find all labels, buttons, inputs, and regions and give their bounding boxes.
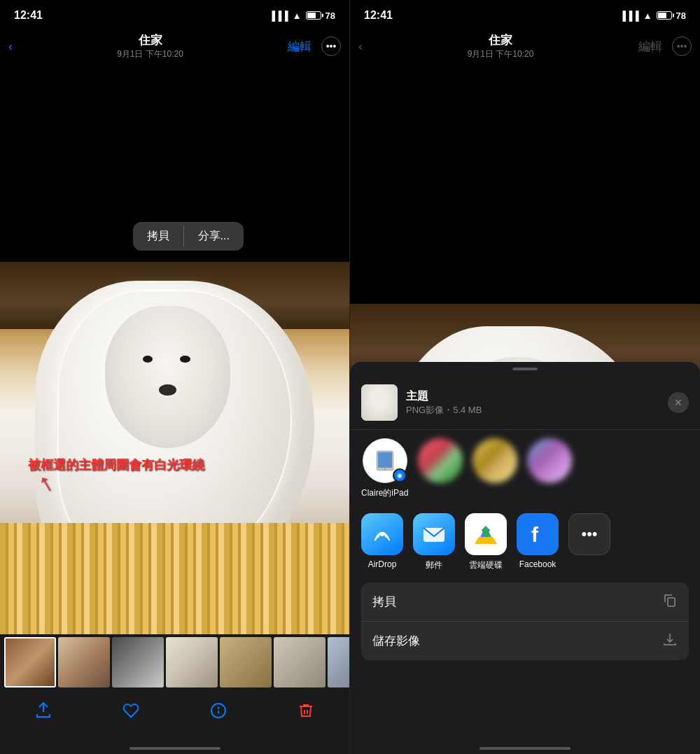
- right-photo-area: 主題 PNG影像・5.4 MB ✕: [350, 62, 700, 754]
- right-back-button[interactable]: ‹: [358, 39, 363, 54]
- blurred-label-1: ···: [437, 487, 444, 497]
- save-action-label: 儲存影像: [372, 633, 420, 649]
- thumbnail-7[interactable]: [328, 637, 349, 687]
- ipad-svg: [372, 448, 398, 473]
- claire-ipad-icon: ◉: [363, 438, 407, 483]
- share-close-button[interactable]: ✕: [668, 392, 689, 413]
- chevron-left-icon: ‹: [8, 39, 13, 54]
- share-thumbnail: [361, 384, 398, 421]
- airdrop-badge-wifi-icon: ◉: [397, 472, 402, 479]
- airdrop-app-icon: [361, 513, 403, 555]
- right-black-upper: [350, 62, 700, 304]
- copy-action-item[interactable]: 拷貝: [361, 582, 689, 622]
- right-nav-subtitle: 9月1日 下午10:20: [468, 48, 534, 60]
- airdrop-app-item[interactable]: AirDrop: [361, 513, 403, 571]
- wifi-icon: ▲: [293, 11, 302, 21]
- left-photo-area: 拷貝 分享... ↑ 被框選的主體周圍會有白光環繞: [0, 62, 349, 634]
- battery-label: 78: [326, 11, 335, 21]
- share-header: 主題 PNG影像・5.4 MB ✕: [350, 373, 700, 430]
- right-nav-actions: 編輯 •••: [638, 36, 692, 56]
- thumbnail-4[interactable]: [166, 637, 218, 687]
- edit-button[interactable]: 編輯: [288, 39, 312, 55]
- blurred-label-2: ···: [491, 487, 498, 497]
- right-nav-title: 住家: [468, 32, 534, 48]
- left-status-icons: ▐▐▐ ▲ 78: [269, 11, 335, 21]
- more-button[interactable]: •••: [321, 36, 341, 56]
- right-home-bar: [479, 747, 570, 750]
- airdrop-contact-claire[interactable]: ◉ Claire的iPad: [361, 438, 408, 499]
- right-battery-label: 78: [676, 11, 686, 21]
- thumbnail-6[interactable]: [274, 637, 326, 687]
- nav-center: 住家 9月1日 下午10:20: [117, 32, 183, 60]
- blurred-contact-2[interactable]: ···: [472, 438, 517, 499]
- airdrop-app-label: AirDrop: [368, 559, 397, 569]
- drive-app-label: 雲端硬碟: [469, 559, 503, 571]
- blurred-avatar-3: [527, 438, 572, 483]
- left-nav-bar: ‹ 住家 9月1日 下午10:20 編輯 •••: [0, 31, 349, 62]
- svg-rect-13: [668, 598, 675, 606]
- sheet-handle: [350, 362, 700, 373]
- delete-button[interactable]: [298, 702, 314, 723]
- save-action-icon: [662, 631, 678, 650]
- facebook-app-item[interactable]: f Facebook: [517, 513, 559, 571]
- thumbnail-strip: [0, 634, 349, 690]
- share-menu-item[interactable]: 分享...: [184, 222, 244, 251]
- left-status-bar: 12:41 ▐▐▐ ▲ 78: [0, 0, 349, 31]
- facebook-app-icon: f: [517, 513, 559, 555]
- copy-menu-item[interactable]: 拷貝: [133, 222, 183, 251]
- facebook-svg: f: [524, 521, 551, 547]
- blurred-contact-3[interactable]: ···: [527, 438, 572, 499]
- thumbnail-1[interactable]: [4, 637, 56, 687]
- annotation-text: ↑ 被框選的主體周圍會有白光環繞: [28, 424, 204, 474]
- app-row: AirDrop 郵件: [350, 508, 700, 582]
- svg-marker-11: [475, 537, 497, 544]
- nav-actions: 編輯 •••: [288, 36, 341, 56]
- thumbnail-3[interactable]: [112, 637, 164, 687]
- right-edit-button[interactable]: 編輯: [638, 39, 662, 55]
- copy-action-label: 拷貝: [372, 594, 396, 610]
- more-app-icon: •••: [568, 513, 610, 555]
- right-status-bar: 12:41 ▐▐▐ ▲ 78: [350, 0, 700, 31]
- mail-app-item[interactable]: 郵件: [413, 513, 455, 571]
- share-button[interactable]: [35, 702, 52, 723]
- mail-app-label: 郵件: [426, 559, 442, 571]
- nav-subtitle: 9月1日 下午10:20: [117, 48, 183, 60]
- back-button[interactable]: ‹: [8, 39, 13, 54]
- more-app-item[interactable]: •••: [568, 513, 610, 571]
- blurred-label-3: ···: [546, 487, 553, 497]
- thumbnail-2[interactable]: [58, 637, 110, 687]
- nav-title: 住家: [117, 32, 183, 48]
- drive-app-item[interactable]: 雲端硬碟: [465, 513, 507, 571]
- svg-point-5: [384, 468, 386, 470]
- right-nav-bar: ‹ 住家 9月1日 下午10:20 編輯 •••: [350, 31, 700, 62]
- bedding: [0, 523, 349, 635]
- handle-bar: [512, 368, 538, 370]
- mail-svg: [421, 521, 447, 547]
- right-time: 12:41: [364, 9, 393, 22]
- share-title: 主題: [406, 389, 659, 404]
- airdrop-contacts-row: ◉ Claire的iPad ··· ··· ···: [350, 430, 700, 508]
- ellipsis-icon: •••: [326, 41, 337, 52]
- info-button[interactable]: [210, 702, 227, 723]
- share-sheet: 主題 PNG影像・5.4 MB ✕: [350, 362, 700, 754]
- left-panel: 12:41 ▐▐▐ ▲ 78 ‹ 住家 9月1日 下午10:20 編輯 •••: [0, 0, 350, 754]
- save-action-item[interactable]: 儲存影像: [361, 622, 689, 660]
- right-battery-icon: [657, 11, 672, 20]
- heart-button[interactable]: [122, 702, 139, 723]
- right-more-button[interactable]: •••: [672, 36, 692, 56]
- blurred-contact-1[interactable]: ···: [418, 438, 463, 499]
- battery-icon: [306, 11, 321, 20]
- facebook-app-label: Facebook: [519, 559, 556, 569]
- left-time: 12:41: [14, 9, 43, 22]
- airdrop-badge: ◉: [393, 468, 407, 482]
- drive-svg: [472, 520, 500, 548]
- right-home-indicator: [350, 739, 700, 754]
- context-menu: 拷貝 分享...: [133, 222, 244, 251]
- share-subtitle: PNG影像・5.4 MB: [406, 404, 659, 417]
- drive-app-icon: [465, 513, 507, 555]
- blurred-avatar-1: [418, 438, 463, 483]
- action-rows: 拷貝 儲存影像: [361, 582, 689, 660]
- thumbnail-5[interactable]: [220, 637, 272, 687]
- airdrop-wifi-svg: [370, 522, 395, 547]
- svg-rect-4: [378, 452, 392, 468]
